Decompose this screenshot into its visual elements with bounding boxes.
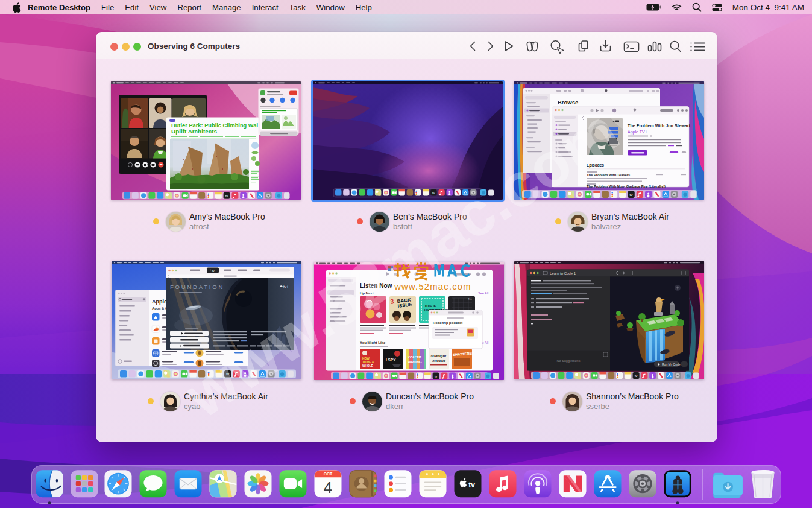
svg-text:tv: tv [212, 270, 215, 273]
svg-text:See All: See All [478, 291, 488, 295]
svg-text:Apple: Apple [152, 299, 167, 305]
svg-text:Apple TV+: Apple TV+ [628, 130, 647, 135]
svg-text:tv: tv [468, 481, 475, 489]
svg-text:The Problem With Jon Stewart: The Problem With Jon Stewart [628, 123, 690, 129]
svg-text:Episodes: Episodes [587, 163, 604, 168]
svg-text:OCT: OCT [324, 472, 333, 476]
svg-text:Uplift Architects: Uplift Architects [171, 128, 217, 135]
svg-text:FOUNDATION: FOUNDATION [170, 284, 224, 290]
svg-text:Listen Now: Listen Now [360, 282, 392, 289]
svg-text:1hr: 1hr [468, 298, 472, 301]
svg-text:WRONG: WRONG [408, 360, 422, 364]
svg-text:The Problem With Teasers: The Problem With Teasers [587, 173, 630, 177]
svg-text:4: 4 [324, 479, 332, 496]
svg-text:THIS IS: THIS IS [424, 304, 436, 308]
svg-text:HOW: HOW [362, 357, 370, 360]
svg-text:Up Next: Up Next [360, 291, 374, 295]
svg-text:You Might Like: You Might Like [360, 341, 386, 344]
svg-text:WHOLE: WHOLE [362, 364, 374, 367]
svg-text:Browse: Browse [558, 99, 578, 106]
svg-text:Road trip podcast: Road trip podcast [433, 321, 462, 325]
svg-text:Butler Park: Public Climbing W: Butler Park: Public Climbing Wal [171, 122, 258, 129]
svg-text:TO BE A: TO BE A [362, 361, 374, 364]
svg-text:Miracle: Miracle [432, 358, 445, 363]
svg-text:I SPY: I SPY [386, 358, 396, 362]
svg-text:www.52mac.com: www.52mac.com [394, 282, 471, 291]
svg-text:tv+: tv+ [283, 285, 289, 289]
svg-text:Run My Code: Run My Code [662, 363, 681, 366]
svg-text:Midnight: Midnight [430, 354, 447, 358]
svg-text:Learn to Code 1: Learn to Code 1 [550, 271, 576, 275]
svg-text:YOU’RE: YOU’RE [408, 355, 421, 359]
svg-text:No Suggestions: No Suggestions [557, 359, 581, 363]
svg-text:The Problem With Non- Garbage: The Problem With Non- Garbage Fire (Lite… [587, 185, 666, 188]
